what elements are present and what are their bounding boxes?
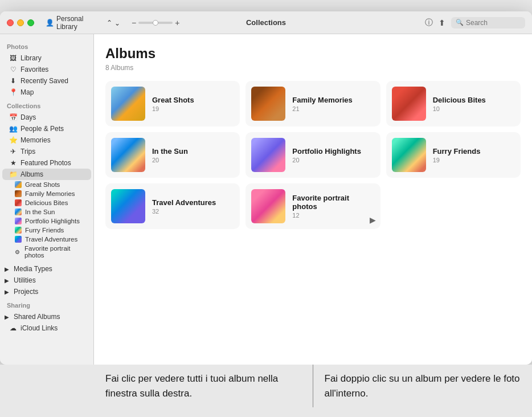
sidebar-item-trips[interactable]: ✈ Trips	[2, 146, 91, 157]
album-card-family-memories[interactable]: Family Memories 21	[245, 81, 380, 126]
annotation-columns: Fai clic per vedere tutti i tuoi album n…	[94, 365, 532, 407]
search-box[interactable]: 🔍	[451, 17, 525, 28]
maximize-button[interactable]	[27, 19, 34, 26]
sidebar-media-types[interactable]: ▶ Media Types	[0, 263, 93, 275]
zoom-minus-icon[interactable]: −	[132, 18, 136, 27]
sidebar-projects[interactable]: ▶ Projects	[0, 286, 93, 297]
album-name-portfolio: Portfolio Highlights	[292, 147, 374, 156]
sidebar-sub-in-the-sun[interactable]: In the Sun	[0, 207, 93, 216]
sidebar: Photos 🖼 Library ♡ Favorites ⬇ Recently …	[0, 34, 94, 365]
photos-section-header: Photos	[0, 39, 93, 52]
album-info-portfolio: Portfolio Highlights 20	[292, 147, 374, 163]
album-info-furry-friends: Furry Friends 19	[433, 147, 515, 163]
sidebar-sub-furry-friends[interactable]: Furry Friends	[0, 226, 93, 235]
sidebar-item-featured-photos[interactable]: ★ Featured Photos	[2, 157, 91, 169]
sidebar-item-albums[interactable]: 📁 Albums	[2, 169, 91, 180]
play-icon: ▶	[370, 215, 376, 224]
furry-friends-thumb	[15, 227, 22, 234]
sidebar-sub-portrait[interactable]: ⚙ Favorite portrait photos	[0, 244, 93, 260]
person-icon: 👤	[46, 19, 54, 27]
sidebar-item-days[interactable]: 📅 Days	[2, 112, 91, 123]
traffic-lights	[7, 19, 34, 26]
window-title: Collections	[179, 18, 352, 27]
search-icon: 🔍	[456, 19, 464, 26]
zoom-plus-icon[interactable]: +	[175, 18, 179, 27]
album-count-portfolio: 20	[292, 157, 374, 163]
featured-icon: ★	[9, 159, 17, 167]
sidebar-item-icloud-links[interactable]: ☁ iCloud Links	[2, 322, 91, 334]
album-card-delicious-bites[interactable]: Delicious Bites 10	[386, 81, 521, 126]
page-title: Albums	[105, 46, 521, 62]
sidebar-sub-label-in-the-sun: In the Sun	[25, 208, 55, 215]
sidebar-sub-label-travel: Travel Adventures	[25, 236, 77, 243]
sidebar-label-trips: Trips	[21, 148, 35, 156]
titlebar-right: ⓘ ⬆ 🔍	[353, 17, 525, 28]
recently-saved-icon: ⬇	[9, 77, 17, 85]
info-icon[interactable]: ⓘ	[425, 18, 433, 28]
minimize-button[interactable]	[17, 19, 24, 26]
chevron-right-icon-sharing: ▶	[5, 314, 9, 320]
library-label: Personal Library	[56, 15, 104, 31]
album-name-in-the-sun: In the Sun	[152, 147, 234, 156]
annotation-left-text: Fai clic per vedere tutti i tuoi album n…	[105, 373, 278, 399]
album-count-in-the-sun: 20	[152, 157, 234, 163]
sidebar-label-favorites: Favorites	[21, 66, 48, 73]
album-card-travel[interactable]: Travel Adventures 32	[105, 183, 240, 229]
sidebar-sub-portfolio[interactable]: Portfolio Highlights	[0, 216, 93, 226]
days-icon: 📅	[9, 113, 17, 121]
sidebar-sub-great-shots[interactable]: Great Shots	[0, 180, 93, 189]
sidebar-item-favorites[interactable]: ♡ Favorites	[2, 64, 91, 75]
sidebar-item-people-pets[interactable]: 👥 People & Pets	[2, 123, 91, 134]
album-thumb-travel	[111, 189, 145, 223]
sidebar-label-featured-photos: Featured Photos	[21, 159, 71, 167]
sidebar-utilities[interactable]: ▶ Utilities	[0, 275, 93, 286]
sidebar-item-memories[interactable]: ⭐ Memories	[2, 134, 91, 146]
family-memories-thumb	[15, 190, 22, 197]
search-input[interactable]	[466, 19, 521, 27]
album-thumb-great-shots	[111, 87, 145, 121]
album-card-in-the-sun[interactable]: In the Sun 20	[105, 132, 240, 178]
sidebar-shared-albums[interactable]: ▶ Shared Albums	[0, 311, 93, 322]
library-icon: 🖼	[9, 54, 17, 62]
album-name-portrait: Favorite portrait photos	[292, 194, 374, 211]
album-count-label: 8 Albums	[105, 64, 521, 72]
album-card-furry-friends[interactable]: Furry Friends 19	[386, 132, 521, 178]
library-selector[interactable]: 👤 Personal Library ⌃ ⌃	[46, 15, 120, 31]
sidebar-item-library[interactable]: 🖼 Library	[2, 52, 91, 64]
sidebar-sub-label-portrait: Favorite portrait photos	[24, 245, 87, 259]
zoom-thumb	[153, 20, 158, 26]
zoom-controls: − +	[132, 18, 179, 27]
zoom-slider[interactable]	[138, 22, 173, 24]
sidebar-label-media-types: Media Types	[14, 265, 52, 273]
album-info-in-the-sun: In the Sun 20	[152, 147, 234, 163]
favorites-icon: ♡	[9, 66, 17, 73]
albums-icon: 📁	[9, 170, 17, 178]
collections-section-header: Collections	[0, 98, 93, 112]
close-button[interactable]	[7, 19, 14, 26]
sidebar-sub-delicious-bites[interactable]: Delicious Bites	[0, 198, 93, 207]
sidebar-label-icloud-links: iCloud Links	[21, 324, 58, 332]
album-card-portrait[interactable]: Favorite portrait photos 12 ▶	[245, 183, 380, 229]
sidebar-item-map[interactable]: 📍 Map	[2, 87, 91, 98]
album-card-great-shots[interactable]: Great Shots 19	[105, 81, 240, 126]
sidebar-label-people-pets: People & Pets	[21, 125, 64, 133]
sidebar-item-recently-saved[interactable]: ⬇ Recently Saved	[2, 75, 91, 87]
share-icon[interactable]: ⬆	[439, 18, 445, 27]
great-shots-thumb	[15, 181, 22, 188]
sidebar-label-albums: Albums	[21, 170, 43, 178]
portfolio-thumb	[15, 218, 22, 224]
sidebar-sub-travel[interactable]: Travel Adventures	[0, 235, 93, 244]
icloud-icon: ☁	[9, 324, 17, 332]
sidebar-label-projects: Projects	[14, 288, 38, 296]
album-thumb-delicious-bites	[392, 87, 426, 121]
chevron-down-icon: ⌃	[114, 19, 120, 27]
album-card-portfolio[interactable]: Portfolio Highlights 20	[245, 132, 380, 178]
sidebar-label-recently-saved: Recently Saved	[21, 77, 68, 85]
chevron-icon: ⌃	[107, 19, 112, 27]
album-thumb-furry-friends	[392, 138, 426, 172]
sidebar-sub-label-delicious-bites: Delicious Bites	[25, 199, 68, 206]
album-thumb-portrait	[251, 189, 285, 223]
app-window: 👤 Personal Library ⌃ ⌃ − + Collections ⓘ…	[0, 11, 532, 365]
sidebar-sub-family-memories[interactable]: Family Memories	[0, 189, 93, 198]
annotation-spacer-left	[0, 365, 94, 407]
